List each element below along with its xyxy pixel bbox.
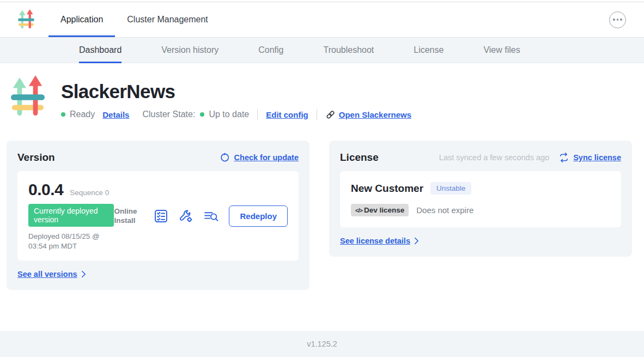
last-synced-text: Last synced a few seconds ago [439, 153, 549, 162]
see-all-versions-link[interactable]: See all versions [17, 270, 86, 279]
sync-license-link[interactable]: Sync license [573, 153, 621, 162]
version-card: Version Check for update 0.0.4 Sequence … [7, 141, 309, 290]
page-title: SlackerNews [61, 81, 411, 102]
open-app-link[interactable]: Open Slackernews [325, 110, 411, 120]
code-icon: </> [355, 207, 362, 214]
license-panel: New Customer Unstable </> Dev license Do… [340, 171, 621, 227]
app-logo-large [11, 75, 45, 119]
config-wrench-icon[interactable] [179, 209, 193, 223]
subnav-item-version-history[interactable]: Version history [161, 38, 218, 63]
dashboard-main: SlackerNews Ready Details Cluster State:… [0, 63, 644, 331]
overflow-menu-button[interactable] [609, 11, 626, 28]
version-card-title: Version [17, 152, 55, 164]
footer: v1.125.2 [0, 331, 644, 357]
app-status-dot [61, 112, 65, 117]
app-header: SlackerNews Ready Details Cluster State:… [0, 63, 644, 120]
see-license-details-link[interactable]: See license details [340, 237, 419, 245]
divider [317, 109, 317, 120]
subnav-item-view-files[interactable]: View files [483, 38, 520, 63]
chevron-right-icon [81, 270, 86, 278]
edit-config-link[interactable]: Edit config [266, 110, 308, 119]
tab-application-label: Application [60, 15, 103, 25]
license-expiry-text: Does not expire [416, 205, 473, 215]
cluster-state-label: Cluster State: [142, 110, 195, 119]
app-logo-small [18, 2, 34, 37]
cluster-state-value: Up to date [209, 110, 249, 119]
channel-badge: Unstable [430, 182, 471, 195]
install-type-label: Online Install [114, 207, 143, 226]
customer-name: New Customer [351, 183, 423, 195]
sync-icon [559, 153, 569, 162]
check-for-update-link[interactable]: Check for update [234, 153, 299, 162]
app-sub-nav: Dashboard Version history Config Trouble… [0, 37, 644, 63]
chain-link-icon [325, 110, 336, 120]
subnav-item-troubleshoot[interactable]: Troubleshoot [323, 38, 374, 63]
redeploy-button[interactable]: Redeploy [229, 205, 288, 227]
preflight-checks-icon[interactable] [154, 209, 168, 223]
app-status-text: Ready [70, 110, 95, 119]
license-card-title: License [340, 152, 379, 164]
sequence-label: Sequence 0 [70, 189, 109, 197]
version-number: 0.0.4 [28, 180, 63, 199]
deployed-timestamp: Deployed 08/15/25 @ 03:54 pm MDT [28, 232, 114, 251]
cluster-state-dot [200, 112, 204, 117]
current-version-panel: 0.0.4 Sequence 0 Currently deployed vers… [17, 171, 299, 261]
tab-cluster-management-label: Cluster Management [127, 15, 208, 25]
subnav-item-config[interactable]: Config [258, 38, 283, 63]
app-status-row: Ready Details Cluster State: Up to date … [61, 109, 411, 120]
divider [257, 109, 258, 120]
deployed-badge: Currently deployed version [28, 204, 114, 227]
primary-tabs: Application Cluster Management [48, 2, 220, 37]
license-card: License Last synced a few seconds ago Sy… [329, 141, 632, 257]
top-nav: Application Cluster Management [0, 0, 644, 37]
console-version-text: v1.125.2 [307, 340, 337, 348]
subnav-item-license[interactable]: License [414, 38, 443, 63]
brand-logo-icon [18, 9, 34, 30]
view-logs-icon[interactable] [204, 209, 218, 223]
tab-cluster-management[interactable]: Cluster Management [115, 2, 220, 37]
details-link[interactable]: Details [102, 110, 129, 119]
tab-application[interactable]: Application [48, 2, 115, 37]
ellipsis-icon [613, 19, 615, 21]
refresh-icon [220, 153, 230, 162]
chevron-right-icon [414, 237, 419, 245]
subnav-item-dashboard[interactable]: Dashboard [79, 38, 121, 63]
license-type-badge: </> Dev license [351, 204, 409, 216]
